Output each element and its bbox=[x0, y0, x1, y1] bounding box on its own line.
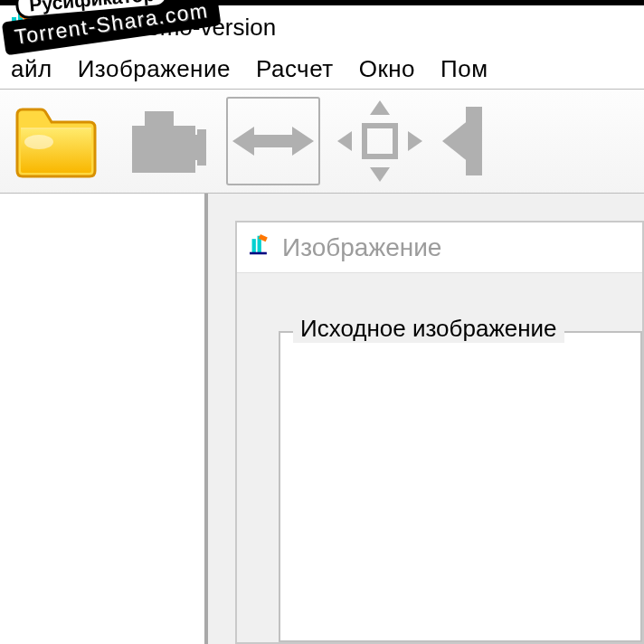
open-button[interactable] bbox=[5, 96, 107, 186]
svg-rect-11 bbox=[252, 239, 256, 252]
svg-point-4 bbox=[24, 135, 53, 149]
source-image-groupbox: Исходное изображение bbox=[279, 331, 642, 642]
camera-icon bbox=[123, 102, 210, 180]
groupbox-label: Исходное изображение bbox=[293, 315, 564, 343]
child-window-title: Изображение bbox=[282, 233, 441, 262]
flip-horizontal-icon bbox=[232, 123, 314, 159]
menu-image[interactable]: Изображение bbox=[78, 55, 231, 83]
child-body: Исходное изображение bbox=[237, 273, 642, 642]
camera-button[interactable] bbox=[116, 96, 217, 186]
main-panel: Изображение Исходное изображение bbox=[208, 194, 644, 644]
child-window-icon bbox=[250, 233, 271, 262]
menubar: айл Изображение Расчет Окно Пом bbox=[0, 49, 644, 89]
menu-file[interactable]: айл bbox=[11, 55, 52, 83]
toolbar bbox=[0, 89, 644, 194]
folder-icon bbox=[12, 102, 100, 180]
menu-window[interactable]: Окно bbox=[359, 55, 415, 83]
fit-extents-icon bbox=[337, 100, 422, 182]
flip-button[interactable] bbox=[226, 97, 320, 185]
nav-button[interactable] bbox=[440, 96, 485, 186]
sidebar-panel bbox=[0, 194, 208, 644]
svg-rect-14 bbox=[250, 251, 267, 254]
content-area: Изображение Исходное изображение bbox=[0, 194, 644, 644]
svg-rect-6 bbox=[145, 111, 174, 128]
nav-icon bbox=[442, 101, 482, 181]
svg-rect-10 bbox=[466, 107, 482, 175]
menu-calc[interactable]: Расчет bbox=[256, 55, 334, 83]
svg-rect-9 bbox=[365, 126, 395, 156]
fit-button[interactable] bbox=[329, 96, 431, 186]
child-window: Изображение Исходное изображение bbox=[235, 221, 644, 644]
child-titlebar[interactable]: Изображение bbox=[237, 223, 642, 273]
menu-help[interactable]: Пом bbox=[440, 55, 488, 83]
svg-rect-8 bbox=[197, 129, 206, 166]
